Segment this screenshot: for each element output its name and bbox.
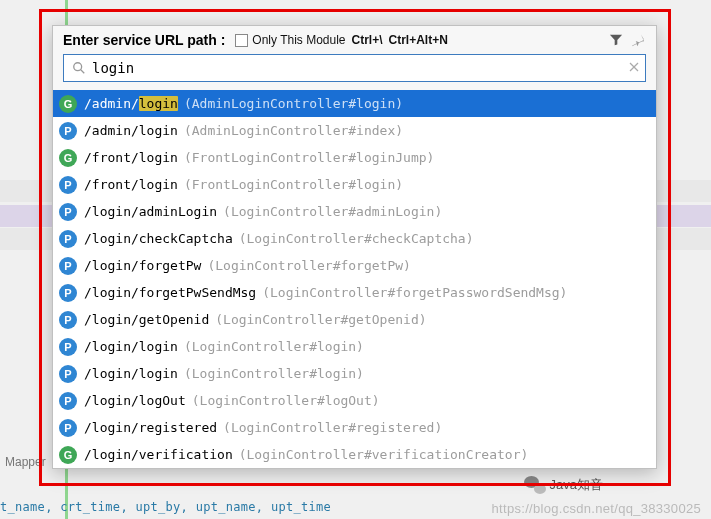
result-path: /login/verification <box>84 447 233 462</box>
result-path: /login/registered <box>84 420 217 435</box>
http-method-badge: G <box>59 446 77 464</box>
http-method-badge: P <box>59 257 77 275</box>
pin-icon[interactable] <box>630 32 646 48</box>
result-meta: (LoginController#login) <box>184 339 364 354</box>
result-row[interactable]: P/login/registered(LoginController#regis… <box>53 414 656 441</box>
http-method-badge: P <box>59 203 77 221</box>
result-meta: (LoginController#logOut) <box>192 393 380 408</box>
results-list: G/admin/login(AdminLoginController#login… <box>53 90 656 468</box>
watermark-text: https://blog.csdn.net/qq_38330025 <box>492 501 701 516</box>
filter-icon[interactable] <box>608 32 624 48</box>
http-method-badge: P <box>59 392 77 410</box>
result-row[interactable]: G/front/login(FrontLoginController#login… <box>53 144 656 171</box>
result-row[interactable]: P/login/adminLogin(LoginController#admin… <box>53 198 656 225</box>
shortcut-hint-2: Ctrl+Alt+N <box>389 33 448 47</box>
http-method-badge: G <box>59 149 77 167</box>
only-this-module-checkbox[interactable]: Only This Module <box>235 33 345 47</box>
http-method-badge: P <box>59 338 77 356</box>
result-path: /login/forgetPw <box>84 258 201 273</box>
mapper-label: Mapper <box>5 455 46 469</box>
result-path: /login/logOut <box>84 393 186 408</box>
http-method-badge: P <box>59 122 77 140</box>
result-path: /login/forgetPwSendMsg <box>84 285 256 300</box>
result-meta: (LoginController#login) <box>184 366 364 381</box>
result-meta: (LoginController#forgetPasswordSendMsg) <box>262 285 567 300</box>
http-method-badge: P <box>59 284 77 302</box>
http-method-badge: P <box>59 419 77 437</box>
result-row[interactable]: P/admin/login(AdminLoginController#index… <box>53 117 656 144</box>
result-meta: (AdminLoginController#login) <box>184 96 403 111</box>
result-meta: (FrontLoginController#login) <box>184 177 403 192</box>
search-box <box>63 54 646 82</box>
result-meta: (LoginController#adminLogin) <box>223 204 442 219</box>
popup-header: Enter service URL path : Only This Modul… <box>53 26 656 52</box>
search-everywhere-popup: Enter service URL path : Only This Modul… <box>52 25 657 469</box>
result-row[interactable]: P/login/login(LoginController#login) <box>53 360 656 387</box>
wechat-icon <box>524 476 546 494</box>
result-row[interactable]: G/login/verification(LoginController#ver… <box>53 441 656 468</box>
search-icon <box>72 61 86 75</box>
http-method-badge: P <box>59 311 77 329</box>
result-path: /admin/login <box>84 123 178 138</box>
result-meta: (LoginController#checkCaptcha) <box>239 231 474 246</box>
popup-title: Enter service URL path : <box>63 32 225 48</box>
result-path: /front/login <box>84 177 178 192</box>
clear-icon[interactable] <box>623 60 645 76</box>
wechat-label: Java知音 <box>550 476 603 494</box>
result-path: /login/checkCaptcha <box>84 231 233 246</box>
only-this-module-label: Only This Module <box>252 33 345 47</box>
bottom-columns: t_name, crt_time, upt_by, upt_name, upt_… <box>0 500 331 514</box>
result-meta: (LoginController#getOpenid) <box>215 312 426 327</box>
result-meta: (LoginController#forgetPw) <box>207 258 411 273</box>
shortcut-hint-1: Ctrl+\ <box>352 33 383 47</box>
result-row[interactable]: P/login/checkCaptcha(LoginController#che… <box>53 225 656 252</box>
http-method-badge: P <box>59 365 77 383</box>
result-path: /front/login <box>84 150 178 165</box>
result-row[interactable]: P/front/login(FrontLoginController#login… <box>53 171 656 198</box>
result-row[interactable]: P/login/forgetPw(LoginController#forgetP… <box>53 252 656 279</box>
svg-point-0 <box>74 63 82 71</box>
svg-line-1 <box>81 70 85 74</box>
result-path: /login/login <box>84 366 178 381</box>
match-highlight: login <box>139 96 178 111</box>
result-meta: (AdminLoginController#index) <box>184 123 403 138</box>
result-row[interactable]: P/login/getOpenid(LoginController#getOpe… <box>53 306 656 333</box>
result-row[interactable]: P/login/logOut(LoginController#logOut) <box>53 387 656 414</box>
result-meta: (LoginController#registered) <box>223 420 442 435</box>
http-method-badge: P <box>59 176 77 194</box>
result-path: /login/adminLogin <box>84 204 217 219</box>
result-meta: (FrontLoginController#loginJump) <box>184 150 434 165</box>
result-meta: (LoginController#verificationCreator) <box>239 447 529 462</box>
result-row[interactable]: P/login/forgetPwSendMsg(LoginController#… <box>53 279 656 306</box>
result-path: /login/getOpenid <box>84 312 209 327</box>
result-path: /login/login <box>84 339 178 354</box>
http-method-badge: P <box>59 230 77 248</box>
result-row[interactable]: P/login/login(LoginController#login) <box>53 333 656 360</box>
wechat-badge: Java知音 <box>524 476 603 494</box>
result-row[interactable]: G/admin/login(AdminLoginController#login… <box>53 90 656 117</box>
checkbox-box <box>235 34 248 47</box>
result-path: /admin/login <box>84 96 178 111</box>
http-method-badge: G <box>59 95 77 113</box>
search-input[interactable] <box>86 60 623 76</box>
